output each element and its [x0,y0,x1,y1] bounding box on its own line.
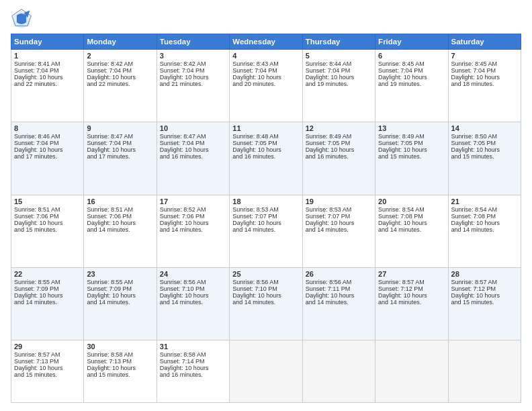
day-number: 7 [451,52,518,60]
logo [11,8,35,30]
cell-line: Sunset: 7:06 PM [87,213,153,220]
calendar-cell: 30Sunrise: 8:58 AMSunset: 7:13 PMDayligh… [84,340,157,403]
day-number: 28 [451,270,518,278]
calendar-cell: 15Sunrise: 8:51 AMSunset: 7:06 PMDayligh… [11,195,84,267]
cell-line: Daylight: 10 hours [378,146,445,153]
cell-line: Daylight: 10 hours [87,220,153,226]
cell-line: Sunrise: 8:55 AM [14,279,81,285]
cell-line: and 15 minutes. [451,299,518,306]
cell-line: Sunset: 7:07 PM [232,213,299,220]
day-number: 14 [451,124,518,132]
day-number: 17 [160,197,226,205]
cell-line: and 16 minutes. [306,153,372,160]
cell-line: and 22 minutes. [87,81,153,87]
cell-line: Daylight: 10 hours [160,292,226,299]
cell-line: Sunset: 7:08 PM [378,213,445,220]
day-number: 26 [306,270,372,278]
cell-line: Sunrise: 8:48 AM [232,133,299,140]
day-header-tuesday: Tuesday [157,34,229,50]
day-number: 27 [378,270,445,278]
day-header-thursday: Thursday [302,34,375,50]
cell-line: Daylight: 10 hours [451,292,518,299]
day-number: 4 [232,52,299,60]
day-header-sunday: Sunday [11,34,84,50]
cell-line: Sunrise: 8:44 AM [306,60,372,67]
cell-line: Daylight: 10 hours [87,146,153,153]
day-number: 21 [451,197,518,205]
cell-line: Sunset: 7:04 PM [160,67,226,74]
cell-line: Sunrise: 8:49 AM [378,133,445,140]
cell-line: Daylight: 10 hours [306,146,372,153]
day-number: 24 [160,270,226,278]
day-number: 6 [378,52,445,60]
cell-line: and 19 minutes. [306,81,372,87]
cell-line: and 17 minutes. [14,153,81,160]
cell-line: Sunrise: 8:58 AM [160,351,226,358]
cell-line: Sunrise: 8:46 AM [14,133,81,140]
cell-line: Sunrise: 8:45 AM [451,60,518,67]
cell-line: and 14 minutes. [378,226,445,233]
day-number: 23 [87,270,153,278]
calendar-cell [230,340,302,403]
cell-line: Sunrise: 8:53 AM [306,206,372,213]
cell-line: Sunset: 7:12 PM [451,285,518,292]
cell-line: Sunrise: 8:57 AM [14,351,81,358]
calendar-cell: 5Sunrise: 8:44 AMSunset: 7:04 PMDaylight… [302,50,375,122]
cell-line: and 16 minutes. [160,371,226,378]
day-number: 11 [232,124,299,132]
cell-line: Sunset: 7:09 PM [14,285,81,292]
cell-line: Sunrise: 8:56 AM [160,279,226,285]
day-number: 8 [14,124,81,132]
calendar-cell: 1Sunrise: 8:41 AMSunset: 7:04 PMDaylight… [11,50,84,122]
calendar-cell: 2Sunrise: 8:42 AMSunset: 7:04 PMDaylight… [84,50,157,122]
calendar-cell: 17Sunrise: 8:52 AMSunset: 7:06 PMDayligh… [157,195,229,267]
day-number: 22 [14,270,81,278]
cell-line: and 16 minutes. [160,153,226,160]
day-number: 2 [87,52,153,60]
cell-line: Sunset: 7:12 PM [378,285,445,292]
cell-line: Sunset: 7:04 PM [378,67,445,74]
cell-line: Daylight: 10 hours [378,220,445,226]
cell-line: Sunrise: 8:56 AM [306,279,372,285]
calendar-cell: 19Sunrise: 8:53 AMSunset: 7:07 PMDayligh… [302,195,375,267]
cell-line: Daylight: 10 hours [306,74,372,81]
cell-line: Daylight: 10 hours [232,74,299,81]
cell-line: Sunrise: 8:45 AM [378,60,445,67]
calendar-cell [448,340,521,403]
cell-line: Sunrise: 8:42 AM [160,60,226,67]
cell-line: and 15 minutes. [14,226,81,233]
cell-line: Sunset: 7:04 PM [14,140,81,146]
cell-line: Daylight: 10 hours [14,365,81,371]
cell-line: Daylight: 10 hours [451,74,518,81]
day-header-wednesday: Wednesday [230,34,302,50]
cell-line: and 14 minutes. [87,226,153,233]
cell-line: Sunset: 7:05 PM [378,140,445,146]
cell-line: Sunset: 7:05 PM [451,140,518,146]
cell-line: Sunrise: 8:52 AM [160,206,226,213]
calendar-cell [302,340,375,403]
calendar-cell: 13Sunrise: 8:49 AMSunset: 7:05 PMDayligh… [375,122,448,195]
cell-line: Daylight: 10 hours [451,146,518,153]
cell-line: Daylight: 10 hours [160,74,226,81]
calendar-cell: 18Sunrise: 8:53 AMSunset: 7:07 PMDayligh… [230,195,302,267]
header [11,8,521,30]
calendar-cell: 22Sunrise: 8:55 AMSunset: 7:09 PMDayligh… [11,268,84,340]
cell-line: and 15 minutes. [87,371,153,378]
cell-line: and 22 minutes. [14,81,81,87]
cell-line: Daylight: 10 hours [14,292,81,299]
cell-line: Sunset: 7:04 PM [87,140,153,146]
cell-line: and 14 minutes. [87,299,153,306]
calendar-cell [375,340,448,403]
cell-line: Daylight: 10 hours [378,292,445,299]
calendar-cell: 10Sunrise: 8:47 AMSunset: 7:04 PMDayligh… [157,122,229,195]
day-number: 25 [232,270,299,278]
cell-line: Daylight: 10 hours [87,292,153,299]
cell-line: Sunset: 7:13 PM [87,358,153,365]
day-header-monday: Monday [84,34,157,50]
calendar-cell: 3Sunrise: 8:42 AMSunset: 7:04 PMDaylight… [157,50,229,122]
cell-line: Sunset: 7:06 PM [160,213,226,220]
cell-line: and 14 minutes. [232,226,299,233]
cell-line: and 17 minutes. [87,153,153,160]
calendar-cell: 27Sunrise: 8:57 AMSunset: 7:12 PMDayligh… [375,268,448,340]
cell-line: Daylight: 10 hours [87,365,153,371]
